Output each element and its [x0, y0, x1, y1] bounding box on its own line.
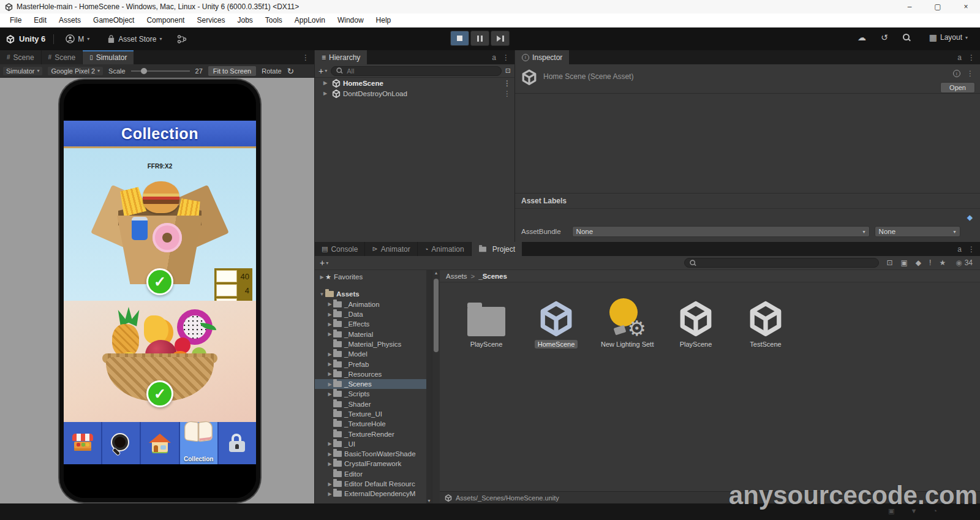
content-scrollbar[interactable]: ▼: [432, 270, 440, 503]
play-button[interactable]: [450, 31, 469, 46]
assetbundle-variant-dropdown[interactable]: None ▾: [875, 226, 960, 237]
nav-tab-lock[interactable]: [219, 422, 256, 464]
dock-icon[interactable]: a: [957, 53, 962, 62]
menu-file[interactable]: File: [4, 16, 28, 24]
asset-testscene[interactable]: TestScene: [737, 296, 794, 349]
expand-icon[interactable]: ▶: [326, 331, 333, 337]
hierarchy-search-input[interactable]: All: [331, 66, 502, 76]
assetbundle-dropdown[interactable]: None ▾: [572, 226, 870, 237]
expand-icon[interactable]: ▶: [326, 301, 333, 307]
hierarchy-item-dontdestroyonload[interactable]: ▶DontDestroyOnLoad⋮: [315, 88, 514, 99]
tree-item-externaldependencym[interactable]: ▶ExternalDependencyM: [315, 489, 432, 499]
tree-item-_model[interactable]: ▶_Model: [315, 349, 432, 359]
asset-playscene[interactable]: PlayScene: [668, 296, 724, 349]
expand-icon[interactable]: ▶: [326, 461, 333, 467]
tree-item-assets[interactable]: ▼Assets: [315, 289, 432, 299]
menu-window[interactable]: Window: [331, 16, 370, 24]
alert-icon[interactable]: !: [929, 258, 931, 267]
panel-menu-icon[interactable]: ⋮: [968, 53, 975, 62]
hierarchy-item-homescene[interactable]: ▶HomeScene⋮: [315, 78, 514, 88]
menu-help[interactable]: Help: [370, 16, 398, 24]
expand-icon[interactable]: ▶: [326, 322, 333, 327]
scroll-up-icon[interactable]: ▼: [432, 271, 440, 276]
expand-icon[interactable]: ▶: [326, 352, 333, 357]
item-menu-icon[interactable]: ⋮: [503, 89, 511, 98]
fit-to-screen-button[interactable]: Fit to Screen: [208, 66, 256, 76]
tree-item-_material_physics[interactable]: _Material_Physics: [315, 339, 432, 349]
history-icon[interactable]: ↺: [881, 32, 888, 42]
nav-tab-shop[interactable]: [64, 422, 102, 464]
asset-homescene[interactable]: HomeScene: [528, 296, 584, 349]
tab-animation[interactable]: ◔Animation: [418, 242, 471, 256]
tree-item-_ui[interactable]: ▶_UI: [315, 439, 432, 449]
star-icon[interactable]: ★: [939, 258, 946, 267]
expand-icon[interactable]: ▶: [326, 391, 333, 397]
breadcrumb-assets[interactable]: Assets: [446, 273, 467, 280]
expand-icon[interactable]: ▶: [326, 382, 333, 387]
tag-icon[interactable]: ◆: [967, 213, 973, 222]
tab-project[interactable]: Project: [472, 242, 522, 256]
account-menu[interactable]: M ▾: [62, 32, 93, 45]
tree-item-_scripts[interactable]: ▶_Scripts: [315, 389, 432, 399]
tree-item-editor default resourc[interactable]: ▶Editor Default Resourc: [315, 479, 432, 489]
pause-button[interactable]: [470, 31, 489, 46]
tree-item-_animation[interactable]: ▶_Animation: [315, 300, 432, 309]
item-menu-icon[interactable]: ⋮: [503, 79, 511, 88]
context-menu-icon[interactable]: ⋮: [967, 69, 974, 78]
tree-item-favorites[interactable]: ▶★Favorites: [315, 272, 432, 282]
expand-icon[interactable]: ▶: [323, 80, 330, 86]
tree-item-_shader[interactable]: _Shader: [315, 399, 432, 409]
scroll-down-icon[interactable]: ▼: [426, 499, 432, 503]
tab-hierarchy[interactable]: ≡ Hierarchy: [315, 50, 367, 64]
package-icon[interactable]: ▣: [900, 258, 907, 267]
panel-menu-icon[interactable]: ⋮: [502, 53, 510, 62]
menu-tools[interactable]: Tools: [259, 16, 288, 24]
tree-item-_texturehole[interactable]: _TextureHole: [315, 419, 432, 429]
tree-item-_scenes[interactable]: ▶_Scenes: [315, 379, 432, 389]
panel-menu-icon[interactable]: ⋮: [968, 245, 975, 254]
layout-menu[interactable]: ▦ Layout ▾: [925, 31, 971, 44]
device-dropdown[interactable]: Google Pixel 2 ▾: [48, 67, 103, 75]
tab-scene-1[interactable]: #Scene: [42, 50, 83, 64]
maximize-button[interactable]: ▢: [924, 0, 952, 13]
tree-item-_texture_ui[interactable]: _Texture_UI: [315, 409, 432, 419]
expand-icon[interactable]: ▶: [326, 312, 333, 317]
scale-slider[interactable]: [131, 68, 190, 74]
open-button[interactable]: Open: [940, 82, 975, 93]
tab-scene-0[interactable]: #Scene: [0, 50, 41, 64]
nav-tab-book[interactable]: Collection: [180, 422, 219, 464]
expand-icon[interactable]: ▶: [326, 481, 333, 487]
expand-icon[interactable]: ▼: [318, 292, 325, 297]
expand-icon[interactable]: ▶: [326, 441, 333, 447]
dock-icon[interactable]: a: [957, 245, 962, 254]
version-control-icon[interactable]: [177, 35, 187, 43]
project-search-input[interactable]: [684, 258, 879, 268]
tab-simulator-2[interactable]: ▯Simulator: [83, 50, 134, 64]
preview-icon[interactable]: ⊡: [886, 258, 892, 267]
tree-item-editor[interactable]: Editor: [315, 469, 432, 479]
menu-component[interactable]: Component: [140, 16, 190, 24]
tree-scrollbar[interactable]: ▼: [426, 270, 432, 503]
create-asset-button[interactable]: +▾: [320, 258, 328, 268]
menu-services[interactable]: Services: [190, 16, 231, 24]
tab-console[interactable]: ▤Console: [315, 242, 364, 256]
minimize-button[interactable]: –: [895, 0, 924, 13]
tree-item-_texturerender[interactable]: _TextureRender: [315, 429, 432, 439]
expand-icon[interactable]: ▶: [323, 91, 330, 96]
add-object-button[interactable]: +▾: [318, 66, 327, 76]
expand-icon[interactable]: ▶: [326, 371, 333, 377]
expand-icon[interactable]: ▶: [326, 361, 333, 367]
simulator-dropdown[interactable]: Simulator ▾: [3, 67, 42, 75]
slider-thumb[interactable]: [141, 68, 147, 74]
menu-gameobject[interactable]: GameObject: [87, 16, 140, 24]
expand-icon[interactable]: ▶: [326, 451, 333, 457]
asset-store-menu[interactable]: Asset Store ▾: [104, 33, 165, 45]
menu-assets[interactable]: Assets: [53, 16, 87, 24]
tab-animator[interactable]: ⊳Animator: [365, 242, 417, 256]
tree-item-basictoonwatershade[interactable]: ▶BasicToonWaterShade: [315, 449, 432, 459]
help-icon[interactable]: i: [953, 70, 960, 77]
tree-item-crystalframework[interactable]: ▶CrystalFramework: [315, 459, 432, 469]
rotate-icon[interactable]: ↻: [287, 66, 295, 76]
tree-item-_data[interactable]: ▶_Data: [315, 309, 432, 319]
menu-edit[interactable]: Edit: [28, 16, 53, 24]
